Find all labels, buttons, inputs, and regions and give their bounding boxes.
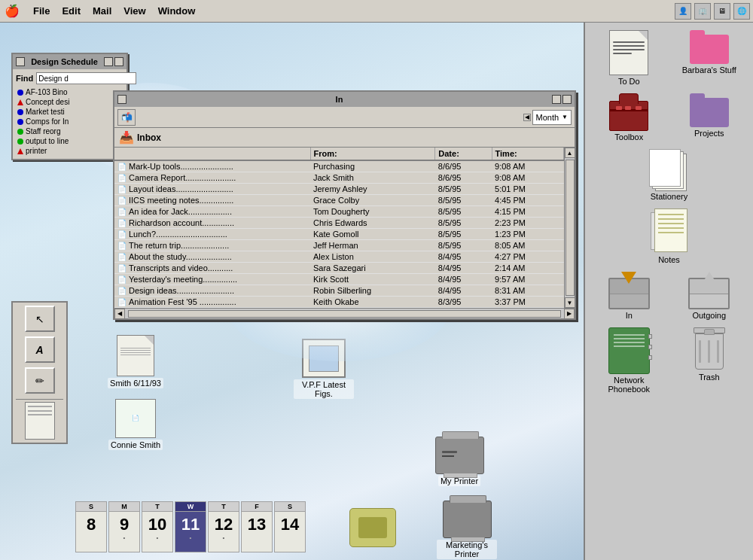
email-row[interactable]: 📄IICS meeting notes............... Grace… bbox=[114, 195, 564, 206]
design-collapse-button[interactable] bbox=[104, 57, 113, 66]
list-item[interactable]: Comps for In bbox=[16, 117, 123, 126]
desktop-icon-label: Smith 6/11/93 bbox=[108, 378, 163, 388]
email-subject: 📄The return trip..................... bbox=[114, 240, 310, 251]
design-zoom-button[interactable] bbox=[114, 57, 123, 66]
email-subject: 📄Transcripts and video........... bbox=[114, 263, 310, 274]
monitor-icon[interactable]: 🖥 bbox=[714, 3, 730, 20]
cal-day-mon[interactable]: M 9 • bbox=[108, 501, 140, 552]
sidebar-item-in[interactable]: In bbox=[595, 272, 663, 320]
cal-day-sat[interactable]: S 14 bbox=[274, 501, 306, 552]
cal-day-sun[interactable]: S 8 bbox=[75, 501, 107, 552]
desktop-icon-smith[interactable]: Smith 6/11/93 bbox=[105, 335, 166, 388]
email-row[interactable]: 📄Lunch?............................... K… bbox=[114, 229, 564, 240]
scroll-up-arrow[interactable]: ▲ bbox=[565, 148, 575, 158]
mail-icon-btn[interactable]: 📬 bbox=[117, 109, 136, 126]
in-collapse-button[interactable] bbox=[552, 95, 561, 104]
scroll-right-arrow[interactable]: ▶ bbox=[564, 309, 575, 319]
email-subject: 📄Design ideas......................... bbox=[114, 285, 310, 297]
email-time: 9:08 AM bbox=[492, 160, 563, 172]
email-row[interactable]: 📄Design ideas......................... R… bbox=[114, 285, 564, 297]
mail-toolbar: 📬 ◀ Month ▼ bbox=[114, 107, 575, 128]
desktop-icon-vpf[interactable]: V.P.F Latest Figs. bbox=[294, 339, 354, 399]
list-item[interactable]: Staff reorg bbox=[16, 126, 123, 136]
sidebar-item-projects[interactable]: Projects bbox=[675, 93, 743, 142]
email-date: 8/3/95 bbox=[435, 297, 492, 308]
toolbar-text-tool[interactable]: A bbox=[25, 336, 55, 363]
sidebar-item-toolbox[interactable]: Toolbox bbox=[595, 93, 663, 142]
list-item[interactable]: Concept desi bbox=[16, 97, 123, 107]
list-item[interactable]: printer bbox=[16, 146, 123, 156]
cal-day-tue[interactable]: T 10 • bbox=[142, 501, 173, 552]
cal-day-wed-today[interactable]: W 11 • bbox=[175, 501, 206, 552]
list-item[interactable]: Market testi bbox=[16, 107, 123, 117]
find-input[interactable] bbox=[36, 72, 136, 84]
desktop-icon-myprinter[interactable]: My Printer bbox=[429, 437, 489, 486]
in-zoom-controls bbox=[552, 95, 572, 104]
col-from: From: bbox=[310, 148, 435, 160]
design-window-titlebar: Design Schedule bbox=[13, 54, 127, 69]
in-zoom-button[interactable] bbox=[562, 95, 572, 104]
desktop-icon-mktprinter[interactable]: Marketing's Printer bbox=[437, 501, 497, 559]
sidebar-row-notes: Notes bbox=[589, 208, 749, 264]
email-time: 4:27 PM bbox=[492, 251, 563, 263]
email-row[interactable]: 📄Transcripts and video........... Sara S… bbox=[114, 263, 564, 274]
cal-day-fri[interactable]: F 13 bbox=[241, 501, 273, 552]
email-row[interactable]: 📄Richardson account.............. Chris … bbox=[114, 218, 564, 229]
document2-icon: 📄 bbox=[115, 399, 156, 438]
sidebar-item-notes[interactable]: Notes bbox=[636, 208, 703, 264]
cal-day-thu[interactable]: T 12 • bbox=[208, 501, 239, 552]
sidebar-item-phonebook[interactable]: Network Phonebook bbox=[595, 327, 663, 394]
toolbar-note-pad[interactable] bbox=[25, 402, 55, 440]
menu-view[interactable]: View bbox=[117, 4, 151, 18]
scroll-left-arrow[interactable]: ◀ bbox=[114, 309, 125, 319]
email-row[interactable]: 📄About the study.................... Ale… bbox=[114, 251, 564, 263]
desktop-icon-phone[interactable] bbox=[343, 508, 403, 547]
email-area: From: Date: Time: 📄Mark-Up tools........… bbox=[114, 148, 575, 308]
email-time: 4:15 PM bbox=[492, 206, 563, 218]
toolbar-pencil-tool[interactable]: ✏ bbox=[25, 367, 55, 394]
menubar-right-icons: 👤 🏢 🖥 🌐 bbox=[675, 3, 750, 20]
sidebar-item-barbaras-stuff[interactable]: Barbara's Stuff bbox=[675, 30, 743, 86]
menu-mail[interactable]: Mail bbox=[87, 4, 117, 18]
sidebar-item-stationery[interactable]: Stationery bbox=[636, 149, 703, 201]
apple-menu[interactable]: 🍎 bbox=[3, 2, 21, 20]
toolbar-select-tool[interactable]: ↖ bbox=[25, 306, 55, 332]
scroll-down-arrow[interactable]: ▼ bbox=[565, 297, 575, 308]
scroll-thumb[interactable] bbox=[566, 160, 575, 296]
month-prev[interactable]: ◀ bbox=[523, 114, 531, 121]
in-close-button[interactable] bbox=[117, 95, 127, 104]
globe-icon[interactable]: 🌐 bbox=[733, 3, 750, 20]
menu-window[interactable]: Window bbox=[152, 4, 202, 18]
design-window-title: Design Schedule bbox=[28, 57, 101, 66]
email-row[interactable]: 📄An idea for Jack................... Tom… bbox=[114, 206, 564, 218]
sidebar-item-label: Projects bbox=[694, 129, 724, 138]
menu-file[interactable]: File bbox=[27, 4, 56, 18]
sidebar-item-trash[interactable]: Trash bbox=[675, 327, 743, 394]
design-close-button[interactable] bbox=[16, 57, 25, 66]
list-item[interactable]: AF-103 Bino bbox=[16, 87, 123, 97]
email-time: 9:57 AM bbox=[492, 274, 563, 285]
email-row[interactable]: 📄Yesterday's meeting............... Kirk… bbox=[114, 274, 564, 285]
user-icon[interactable]: 👤 bbox=[675, 3, 691, 20]
list-item[interactable]: output to line bbox=[16, 136, 123, 146]
email-row[interactable]: 📄Layout ideas......................... J… bbox=[114, 184, 564, 195]
scroll-thumb-h[interactable] bbox=[128, 310, 561, 318]
sidebar-item-todo[interactable]: To Do bbox=[595, 30, 663, 86]
email-row[interactable]: 📄Animation Fest '95 ................ Kei… bbox=[114, 297, 564, 308]
app-icon[interactable]: 🏢 bbox=[694, 3, 711, 20]
sidebar-item-outgoing[interactable]: Outgoing bbox=[675, 272, 743, 320]
email-row[interactable]: 📄Mark-Up tools....................... Pu… bbox=[114, 160, 564, 172]
design-window-content: Find AF-103 Bino Concept desi Market tes… bbox=[13, 69, 127, 159]
in-mail-window: In 📬 ◀ Month ▼ 📥 Inbox bbox=[113, 90, 576, 320]
scrollbar-vertical[interactable]: ▲ ▼ bbox=[564, 148, 575, 308]
bullet-icon bbox=[17, 138, 23, 145]
month-dropdown[interactable]: Month ▼ bbox=[532, 110, 572, 125]
menu-edit[interactable]: Edit bbox=[56, 4, 87, 18]
month-selector[interactable]: ◀ Month ▼ bbox=[523, 110, 572, 125]
email-row[interactable]: 📄Camera Report...................... Jac… bbox=[114, 172, 564, 184]
email-row[interactable]: 📄The return trip..................... Je… bbox=[114, 240, 564, 251]
scrollbar-horizontal[interactable]: ◀ ▶ bbox=[114, 308, 575, 318]
list-item-text: Staff reorg bbox=[26, 127, 61, 135]
email-subject: 📄Yesterday's meeting............... bbox=[114, 274, 310, 285]
desktop-icon-connie[interactable]: 📄 Connie Smith bbox=[105, 399, 166, 450]
